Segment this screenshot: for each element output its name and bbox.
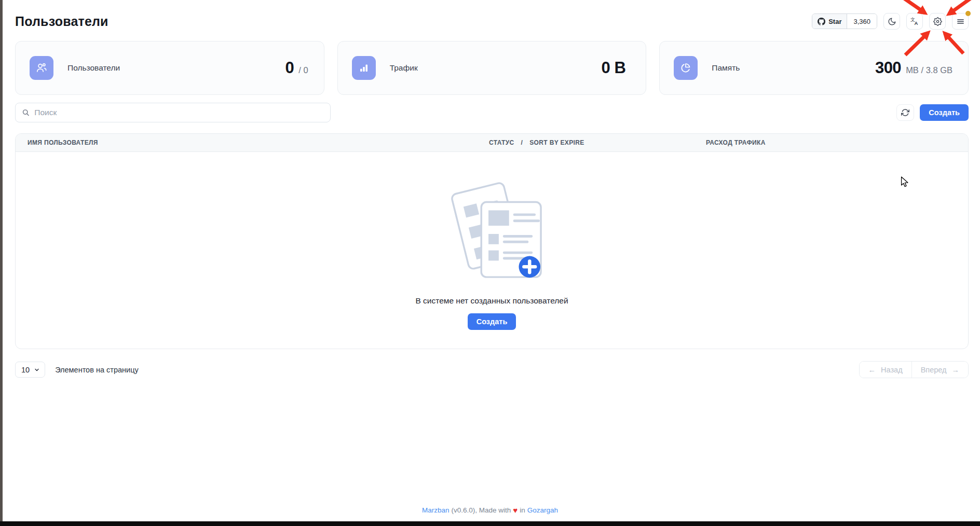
add-plus-badge: [519, 256, 540, 278]
github-star-count[interactable]: 3,360: [847, 14, 877, 29]
stat-card-users: Пользователи 0 / 0: [15, 41, 324, 95]
stat-value: 0 B: [602, 59, 631, 77]
menu-icon: [956, 17, 965, 26]
filters-row: Создать: [15, 103, 969, 122]
stat-cards: Пользователи 0 / 0 Трафик 0 B Память 300: [15, 41, 969, 95]
empty-state-message: В системе нет созданных пользователей: [415, 296, 568, 306]
svg-text:A: A: [915, 20, 918, 26]
bottom-edge-bar: [0, 521, 980, 526]
github-star-label: Star: [828, 18, 841, 25]
stat-number: 0 B: [602, 59, 626, 77]
github-icon: [818, 18, 825, 25]
pagination-nav: ← Назад Вперед →: [859, 361, 969, 378]
heart-icon: ♥: [513, 506, 518, 515]
column-header-divider: /: [521, 139, 523, 146]
search-input[interactable]: [34, 108, 324, 117]
annotation-arrow-top-left: [896, 0, 925, 13]
refresh-button[interactable]: [896, 104, 914, 121]
empty-state-create-button[interactable]: Создать: [468, 313, 516, 330]
left-arrow-icon: ←: [868, 366, 876, 374]
stat-value: 300 MB / 3.8 GB: [875, 59, 952, 77]
stat-label: Трафик: [390, 63, 418, 73]
column-header-status-expire[interactable]: СТАТУС / SORT BY EXPIRE: [489, 139, 706, 146]
table-actions: Создать: [896, 104, 969, 121]
create-user-button[interactable]: Создать: [920, 104, 969, 121]
stat-card-memory: Память 300 MB / 3.8 GB: [659, 41, 969, 95]
column-header-traffic[interactable]: РАСХОД ТРАФИКА: [706, 139, 968, 146]
gozargah-link[interactable]: Gozargah: [527, 506, 558, 514]
screen-edge-strip: [0, 0, 3, 526]
users-icon: [30, 56, 53, 80]
stat-value: 0 / 0: [285, 59, 308, 77]
marzban-link[interactable]: Marzban: [422, 506, 450, 514]
stat-label: Память: [712, 63, 740, 73]
next-page-button[interactable]: Вперед →: [911, 362, 968, 378]
stat-number: 300: [875, 59, 901, 77]
stat-card-traffic: Трафик 0 B: [337, 41, 647, 95]
github-star-badge[interactable]: Star 3,360: [812, 13, 877, 29]
stat-number: 0: [285, 59, 294, 77]
footer-text: (v0.6.0), Made with: [452, 506, 511, 514]
dark-mode-button[interactable]: [883, 13, 900, 30]
per-page-select[interactable]: 10: [15, 362, 45, 378]
language-button[interactable]: 文 A: [906, 13, 923, 30]
stat-suffix: MB / 3.8 GB: [906, 65, 952, 75]
refresh-icon: [901, 108, 909, 117]
column-header-status[interactable]: СТАТУС: [489, 139, 514, 146]
translate-icon: 文 A: [910, 17, 919, 26]
memory-icon: [674, 56, 698, 80]
stat-suffix: / 0: [298, 65, 308, 75]
next-label: Вперед: [921, 366, 947, 374]
gear-icon: [933, 17, 942, 26]
search-box[interactable]: [15, 103, 331, 122]
menu-button[interactable]: [952, 13, 969, 30]
page-title: Пользователи: [15, 14, 108, 29]
column-header-sort-by-expire[interactable]: SORT BY EXPIRE: [529, 139, 584, 146]
per-page-label: Элементов на страницу: [55, 366, 139, 374]
users-table: ИМЯ ПОЛЬЗОВАТЕЛЯ СТАТУС / SORT BY EXPIRE…: [15, 133, 969, 349]
toolbar: Star 3,360 文 A: [812, 13, 969, 30]
chevron-down-icon: [34, 367, 40, 373]
settings-button[interactable]: [929, 13, 946, 30]
menu-notification-dot: [965, 11, 971, 16]
traffic-icon: [352, 56, 376, 80]
prev-page-button[interactable]: ← Назад: [860, 362, 911, 378]
per-page-value: 10: [21, 366, 30, 374]
stat-label: Пользователи: [67, 63, 120, 73]
empty-state: В системе нет созданных пользователей Со…: [16, 152, 968, 349]
table-header-row: ИМЯ ПОЛЬЗОВАТЕЛЯ СТАТУС / SORT BY EXPIRE…: [16, 134, 968, 152]
annotation-arrow-top-right: [949, 0, 980, 14]
search-icon: [22, 108, 30, 117]
right-arrow-icon: →: [952, 366, 960, 374]
footer: Marzban (v0.6.0), Made with ♥ in Gozarga…: [0, 506, 980, 515]
page-header: Пользователи Star 3,360 文 A: [15, 12, 969, 30]
prev-label: Назад: [881, 366, 903, 374]
github-star-button[interactable]: Star: [812, 14, 847, 29]
main-content: Пользователи Star 3,360 文 A: [0, 12, 980, 378]
column-header-username[interactable]: ИМЯ ПОЛЬЗОВАТЕЛЯ: [16, 139, 489, 146]
pagination-row: 10 Элементов на страницу ← Назад Вперед …: [15, 361, 969, 378]
empty-documents-illustration: [438, 182, 547, 284]
moon-icon: [888, 17, 896, 26]
footer-in-text: in: [520, 506, 525, 514]
